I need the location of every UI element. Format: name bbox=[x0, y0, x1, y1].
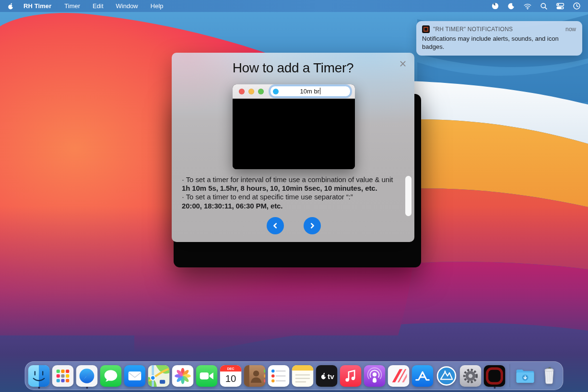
menu-bar: RH Timer Timer Edit Window Help bbox=[0, 0, 588, 12]
dock-item-rh-timer[interactable] bbox=[483, 362, 506, 389]
app-store-icon bbox=[412, 365, 434, 387]
instruction-line-1: · To set a timer for interval of time us… bbox=[182, 175, 407, 184]
dock-item-safari[interactable] bbox=[76, 362, 98, 389]
dock-item-calendar[interactable]: DEC 10 bbox=[220, 362, 242, 389]
close-button[interactable] bbox=[398, 59, 408, 69]
dock-item-finder[interactable] bbox=[28, 362, 50, 389]
demo-titlebar: 10m br bbox=[233, 84, 355, 99]
notes-icon bbox=[292, 365, 314, 387]
notification-title: "RH TIMER" NOTIFICATIONS bbox=[433, 26, 562, 33]
timer-gauge-icon[interactable] bbox=[491, 2, 499, 11]
chevron-right-icon bbox=[309, 222, 316, 229]
facetime-icon bbox=[196, 365, 218, 387]
menu-app-name[interactable]: RH Timer bbox=[24, 2, 51, 10]
dock-item-music[interactable] bbox=[340, 362, 362, 389]
desktop: RH Timer Timer Edit Window Help bbox=[0, 0, 588, 392]
dock-item-apple-tv[interactable]: tv bbox=[316, 362, 338, 389]
apple-tv-icon: tv bbox=[316, 365, 338, 387]
traffic-light-yellow bbox=[248, 89, 254, 94]
podcasts-icon bbox=[364, 365, 386, 387]
demo-timer-window: 10m br bbox=[233, 84, 355, 169]
music-icon bbox=[340, 365, 362, 387]
dock-item-podcasts[interactable] bbox=[364, 362, 386, 389]
dock-item-mountain-app[interactable] bbox=[435, 362, 458, 389]
apple-tv-label: tv bbox=[328, 372, 334, 380]
timer-input[interactable]: 10m br bbox=[270, 86, 351, 97]
dock-item-system-preferences[interactable] bbox=[459, 362, 482, 389]
dock-item-app-store[interactable] bbox=[412, 362, 434, 389]
wifi-icon[interactable] bbox=[523, 2, 532, 11]
dock: DEC 10 bbox=[25, 361, 564, 390]
news-icon bbox=[388, 365, 410, 387]
maps-icon bbox=[148, 365, 170, 387]
launchpad-icon bbox=[52, 365, 74, 387]
dialog-scrollbar[interactable] bbox=[405, 176, 412, 216]
calendar-icon: DEC 10 bbox=[220, 365, 242, 387]
close-icon bbox=[399, 60, 407, 68]
traffic-light-red bbox=[239, 89, 245, 94]
dock-item-facetime[interactable] bbox=[196, 362, 218, 389]
dock-item-launchpad[interactable] bbox=[52, 362, 74, 389]
running-indicator bbox=[86, 387, 88, 389]
timer-input-value: 10m br bbox=[300, 88, 319, 95]
notification-banner[interactable]: "RH TIMER" NOTIFICATIONS now Notificatio… bbox=[416, 21, 582, 56]
dock-item-news[interactable] bbox=[388, 362, 410, 389]
timer-dot-icon bbox=[273, 89, 279, 94]
downloads-folder-icon bbox=[515, 365, 536, 387]
instructions: · To set a timer for interval of time us… bbox=[182, 175, 407, 210]
calendar-day: 10 bbox=[225, 372, 236, 383]
messages-icon bbox=[100, 365, 122, 387]
running-indicator bbox=[38, 387, 40, 389]
dock-item-downloads[interactable] bbox=[514, 362, 537, 389]
dock-item-reminders[interactable] bbox=[268, 362, 290, 389]
dock-item-contacts[interactable] bbox=[244, 362, 266, 389]
apple-menu[interactable] bbox=[7, 2, 14, 10]
do-not-disturb-moon-icon[interactable] bbox=[507, 2, 516, 11]
menu-edit[interactable]: Edit bbox=[93, 2, 103, 10]
running-indicator bbox=[494, 387, 495, 389]
trash-full-icon bbox=[539, 365, 560, 387]
traffic-light-green bbox=[258, 89, 264, 94]
instruction-line-3: · To set a timer to end at specific time… bbox=[182, 193, 407, 201]
calendar-month: DEC bbox=[227, 367, 234, 370]
mail-icon bbox=[124, 365, 146, 387]
system-preferences-icon bbox=[460, 365, 482, 387]
dock-item-trash[interactable] bbox=[538, 362, 561, 389]
finder-icon bbox=[28, 365, 50, 387]
notification-time: now bbox=[565, 26, 576, 33]
dock-item-mail[interactable] bbox=[124, 362, 146, 389]
clock-icon[interactable] bbox=[572, 2, 581, 11]
demo-window-body bbox=[233, 99, 355, 169]
instruction-line-2: 1h 10m 5s, 1.5hr, 8 hours, 10, 10min 5se… bbox=[182, 184, 407, 193]
how-to-add-timer-dialog: How to add a Timer? 10m br · To set a ti… bbox=[172, 53, 414, 242]
notification-header: "RH TIMER" NOTIFICATIONS now bbox=[422, 25, 576, 33]
mountain-app-icon bbox=[436, 365, 458, 387]
control-center-icon[interactable] bbox=[556, 2, 564, 11]
rh-timer-icon bbox=[484, 365, 506, 387]
menu-window[interactable]: Window bbox=[116, 2, 138, 10]
safari-icon bbox=[76, 365, 98, 387]
dock-item-photos[interactable] bbox=[172, 362, 194, 389]
search-icon[interactable] bbox=[540, 2, 548, 11]
notification-body: Notifications may include alerts, sounds… bbox=[422, 35, 576, 51]
apple-icon bbox=[7, 2, 14, 10]
menu-help[interactable]: Help bbox=[151, 2, 164, 10]
contacts-icon bbox=[244, 365, 266, 387]
dock-item-notes[interactable] bbox=[292, 362, 314, 389]
previous-page-button[interactable] bbox=[267, 217, 284, 234]
text-caret bbox=[320, 88, 320, 94]
dock-separator bbox=[507, 362, 513, 389]
next-page-button[interactable] bbox=[304, 217, 321, 234]
menu-timer[interactable]: Timer bbox=[64, 2, 80, 10]
rh-timer-app-icon bbox=[422, 25, 430, 33]
dialog-title: How to add a Timer? bbox=[172, 60, 414, 76]
status-icons bbox=[491, 2, 588, 11]
photos-icon bbox=[172, 365, 194, 387]
menu-items: Timer Edit Window Help bbox=[64, 2, 163, 10]
instruction-line-4: 20:00, 18:30:11, 06:30 PM, etc. bbox=[182, 202, 407, 210]
dock-item-messages[interactable] bbox=[100, 362, 122, 389]
chevron-left-icon bbox=[272, 222, 279, 229]
reminders-icon bbox=[268, 365, 290, 387]
dock-item-maps[interactable] bbox=[148, 362, 170, 389]
